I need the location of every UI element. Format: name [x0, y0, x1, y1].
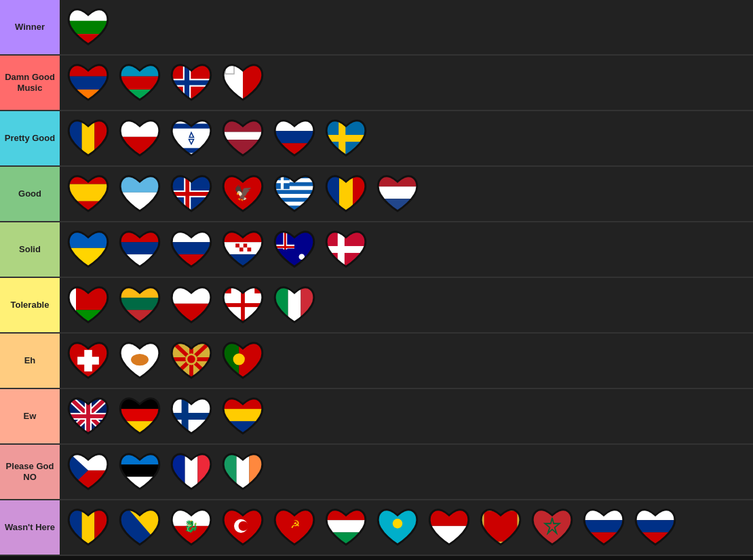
svg-rect-79	[239, 247, 244, 252]
tier-label-good: Good	[0, 167, 60, 221]
flag-croatia	[218, 225, 267, 274]
svg-rect-35	[326, 135, 366, 142]
flag-estonia	[115, 447, 164, 496]
flag-morocco	[528, 503, 577, 552]
tier-label-solid: Solid	[0, 222, 60, 277]
tier-items-eh	[60, 334, 753, 388]
svg-rect-104	[225, 317, 231, 323]
flag-russia2	[579, 503, 628, 552]
svg-rect-168	[326, 520, 366, 532]
svg-rect-78	[235, 247, 239, 252]
tier-items-damn	[60, 56, 753, 110]
flag-germany	[115, 392, 164, 441]
flag-cyprus	[115, 336, 164, 385]
svg-rect-98	[172, 304, 211, 322]
tier-label-pleasegod: Please God NO	[0, 445, 60, 499]
svg-point-171	[393, 519, 402, 528]
flag-montenegro	[476, 503, 525, 552]
tier-items-winner	[60, 0, 753, 54]
svg-point-120	[187, 355, 195, 363]
tier-row-pretty: Pretty Good	[0, 111, 753, 167]
flag-romania2	[218, 392, 267, 441]
tier-row-winner: Winner	[0, 0, 753, 56]
svg-rect-66	[120, 242, 159, 254]
svg-rect-134	[120, 409, 159, 421]
flag-latvia	[218, 114, 267, 163]
flag-czech	[64, 447, 113, 496]
flag-azerbaijan	[115, 58, 164, 107]
svg-rect-107	[288, 285, 301, 322]
svg-rect-29	[223, 132, 263, 140]
flag-israel	[167, 114, 216, 163]
svg-rect-137	[172, 413, 211, 420]
flag-australia	[270, 225, 319, 274]
flag-georgia	[218, 281, 267, 329]
flag-romania	[64, 114, 113, 163]
flag-bulgaria	[64, 3, 113, 52]
flag-andorra	[64, 503, 113, 552]
flag-russia	[270, 114, 319, 163]
svg-rect-41	[120, 193, 159, 211]
svg-point-113	[131, 354, 149, 365]
flag-kazakhstan	[373, 503, 422, 552]
tier-items-tolerable	[60, 278, 753, 332]
tier-label-tolerable: Tolerable	[0, 278, 60, 332]
svg-rect-61	[378, 186, 417, 199]
svg-rect-53	[275, 202, 314, 206]
svg-rect-95	[120, 298, 159, 310]
tier-row-solid: Solid	[0, 222, 753, 278]
tier-label-winner: Winner	[0, 0, 60, 54]
tier-list: Winner Damn Good Mu	[0, 0, 753, 556]
tier-row-eh: Eh	[0, 334, 753, 389]
flag-slovenia	[167, 225, 216, 274]
tier-row-ew: Ew	[0, 389, 753, 445]
svg-rect-19	[82, 119, 95, 155]
svg-rect-81	[247, 247, 251, 252]
svg-rect-75	[239, 243, 244, 247]
footer: Made with TIERLISTS.com	[0, 556, 753, 560]
flag-serbia	[115, 225, 164, 274]
tier-row-tolerable: Tolerable	[0, 278, 753, 334]
flag-sweden	[322, 114, 370, 163]
svg-rect-182	[636, 520, 675, 532]
svg-rect-74	[235, 243, 239, 247]
svg-rect-152	[237, 452, 250, 489]
flag-ussr: ☭	[270, 503, 319, 552]
svg-text:🦅: 🦅	[234, 184, 252, 202]
svg-rect-69	[172, 242, 211, 254]
tier-items-pleasegod	[60, 445, 753, 499]
flag-ireland	[218, 447, 267, 496]
flag-netherlands	[373, 169, 422, 218]
svg-text:☭: ☭	[290, 519, 300, 530]
svg-rect-80	[244, 247, 248, 252]
svg-rect-146	[120, 464, 159, 477]
flag-spain	[64, 169, 113, 218]
tier-label-damn: Damn Good Music	[0, 56, 60, 110]
svg-rect-45	[172, 192, 211, 196]
flag-switzerland	[64, 336, 113, 385]
svg-rect-39	[69, 201, 108, 211]
flag-armenia	[64, 58, 113, 107]
svg-rect-179	[584, 520, 623, 532]
svg-rect-52	[275, 194, 314, 198]
svg-rect-22	[120, 137, 159, 155]
tier-items-good: 🦅	[60, 167, 753, 221]
flag-portugal	[218, 336, 267, 385]
flag-greece	[270, 169, 319, 218]
flag-finland	[167, 392, 216, 441]
flag-lithuania	[115, 281, 164, 329]
flag-turkey	[218, 503, 267, 552]
svg-text:🐉: 🐉	[184, 519, 199, 534]
svg-rect-149	[185, 452, 198, 489]
svg-rect-76	[244, 243, 248, 247]
flag-indonesia	[425, 503, 474, 552]
svg-point-123	[233, 353, 245, 365]
tier-items-ew	[60, 389, 753, 443]
flag-denmark	[322, 225, 370, 274]
flag-uk	[64, 392, 113, 441]
flag-belarus	[64, 281, 113, 329]
flag-poland	[115, 114, 164, 163]
tier-label-wasnthere: Wasn't Here	[0, 500, 60, 555]
svg-rect-32	[275, 131, 314, 143]
svg-rect-13	[172, 80, 211, 85]
